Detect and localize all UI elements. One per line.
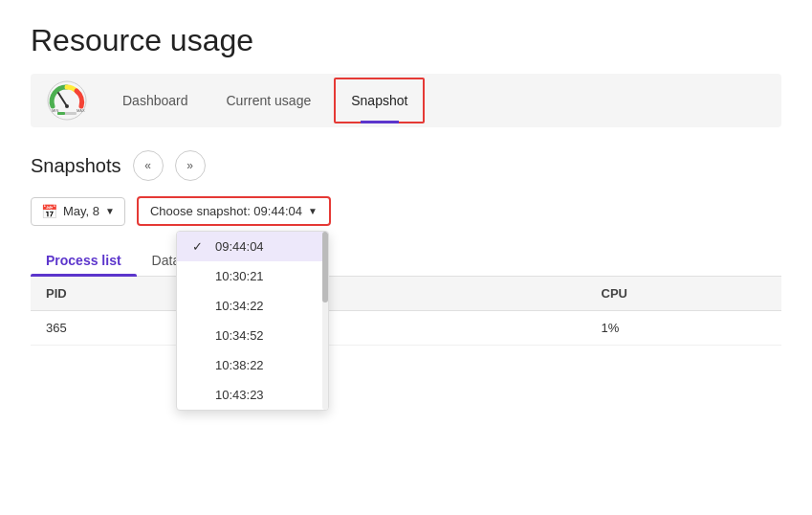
next-snapshot-button[interactable]: » <box>175 150 206 181</box>
calendar-icon: 📅 <box>41 204 57 219</box>
check-icon: ✓ <box>192 239 208 254</box>
process-table: PID CPU 365 n/httpd -k start 1% <box>31 277 781 346</box>
tab-dashboard[interactable]: Dashboard <box>107 74 204 127</box>
controls-row: 📅 May, 8 ▼ Choose snapshot: 09:44:04 ▼ ✓… <box>31 196 781 226</box>
table-header-row: PID CPU <box>31 277 781 311</box>
gauge-icon: MIN MAX <box>46 79 88 122</box>
dropdown-item-5[interactable]: 10:43:23 <box>177 380 328 410</box>
snapshot-selector[interactable]: Choose snapshot: 09:44:04 ▼ <box>137 196 331 226</box>
table-row: 365 n/httpd -k start 1% <box>31 311 781 346</box>
dropdown-time-2: 10:34:22 <box>215 299 264 313</box>
dropdown-item-2[interactable]: 10:34:22 <box>177 291 328 321</box>
date-selector[interactable]: 📅 May, 8 ▼ <box>31 197 125 226</box>
dropdown-time-0: 09:44:04 <box>215 239 264 254</box>
tab-current-usage[interactable]: Current usage <box>211 74 327 127</box>
date-label: May, 8 <box>63 204 99 218</box>
snapshot-caret-icon: ▼ <box>308 206 318 216</box>
date-caret-icon: ▼ <box>105 206 115 216</box>
snapshots-header: Snapshots « » <box>31 150 781 181</box>
dropdown-time-1: 10:30:21 <box>215 269 264 283</box>
dropdown-item-1[interactable]: 10:30:21 <box>177 261 328 291</box>
tab-process-list[interactable]: Process list <box>31 245 137 276</box>
prev-snapshot-button[interactable]: « <box>133 150 164 181</box>
dropdown-item-0[interactable]: ✓ 09:44:04 <box>177 232 328 261</box>
dropdown-scrollbar-thumb <box>322 232 328 302</box>
svg-text:MAX: MAX <box>77 108 85 113</box>
dropdown-time-4: 10:38:22 <box>215 358 264 372</box>
svg-point-2 <box>65 104 69 108</box>
page-title: Resource usage <box>31 23 781 58</box>
nav-tabs: Dashboard Current usage Snapshot <box>107 74 425 127</box>
snapshots-title: Snapshots <box>31 155 121 177</box>
svg-rect-6 <box>57 112 65 115</box>
svg-text:MIN: MIN <box>52 108 58 113</box>
tab-snapshot[interactable]: Snapshot <box>334 78 425 123</box>
dropdown-item-4[interactable]: 10:38:22 <box>177 350 328 380</box>
snapshot-dropdown: ✓ 09:44:04 10:30:21 10:34:22 10:34:52 10… <box>176 231 329 411</box>
cell-cpu: 1% <box>586 311 781 346</box>
col-cpu: CPU <box>586 277 781 311</box>
dropdown-time-3: 10:34:52 <box>215 328 264 343</box>
snapshot-label: Choose snapshot: 09:44:04 <box>150 204 302 218</box>
nav-bar: MIN MAX Dashboard Current usage Snapshot <box>31 74 781 127</box>
content-tabs: Process list Databases ...eries <box>31 245 781 277</box>
dropdown-item-3[interactable]: 10:34:52 <box>177 321 328 350</box>
dropdown-scrollbar[interactable] <box>322 232 328 410</box>
dropdown-time-5: 10:43:23 <box>215 388 264 402</box>
